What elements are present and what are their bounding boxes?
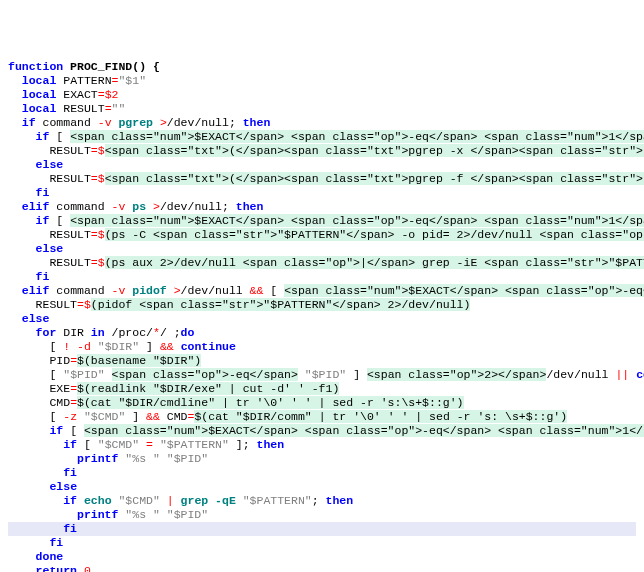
- code-editor: function PROC_FIND() { local PATTERN="$1…: [8, 60, 636, 572]
